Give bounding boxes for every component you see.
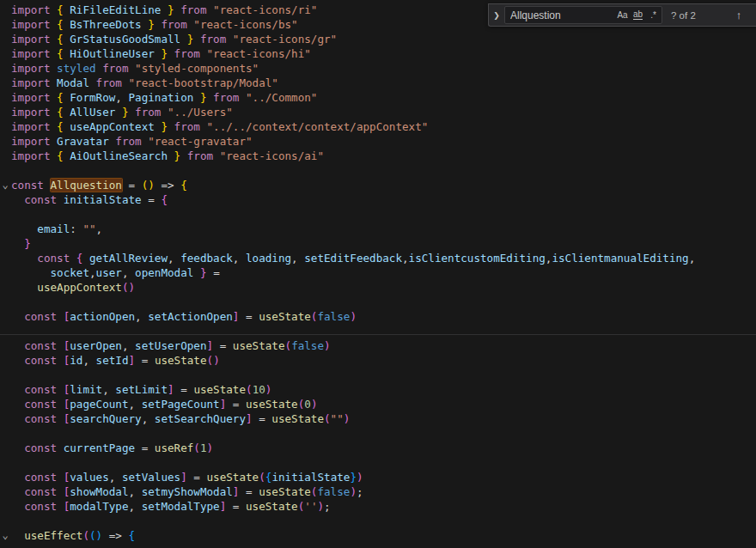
code-line: const [id, setId] = useState() bbox=[11, 353, 756, 368]
code-line: const [modalType, setModalType] = useSta… bbox=[11, 499, 756, 514]
code-line bbox=[11, 207, 756, 222]
code-line: const [showModal, setmyShowModal] = useS… bbox=[11, 484, 756, 499]
code-line: const Allquestion = () => { bbox=[11, 178, 756, 192]
code-line: const { getAllReview, feedback, loading,… bbox=[11, 251, 756, 265]
code-line bbox=[11, 163, 756, 178]
editor-divider-line bbox=[0, 334, 756, 335]
code-editor[interactable]: import { RiFileEditLine } from "react-ic… bbox=[0, 0, 756, 548]
code-line: socket,user, openModal } = bbox=[11, 265, 756, 280]
match-case-toggle[interactable]: Aa bbox=[615, 8, 630, 22]
find-widget: ❯ Aa ab .* ? of 2 ↑ bbox=[488, 3, 756, 27]
find-match-highlight: Allquestion bbox=[51, 179, 122, 192]
toggle-replace-button[interactable]: ❯ bbox=[491, 11, 503, 20]
code-line: const [actionOpen, setActionOpen] = useS… bbox=[11, 309, 756, 324]
previous-match-button[interactable]: ↑ bbox=[730, 7, 747, 24]
code-line: import { FormRow, Pagination } from "../… bbox=[11, 90, 756, 105]
code-line bbox=[11, 368, 756, 382]
code-line: import { HiOutlineUser } from "react-ico… bbox=[11, 46, 756, 61]
code-line: const initialState = { bbox=[11, 192, 756, 207]
code-line: const currentPage = useRef(1) bbox=[11, 441, 756, 455]
code-line: const [userOpen, setUserOpen] = useState… bbox=[11, 338, 756, 353]
find-input-box: Aa ab .* bbox=[504, 6, 662, 24]
code-line: import { AllUser } from "../Users" bbox=[11, 105, 756, 119]
code-line: const [limit, setLimit] = useState(10) bbox=[11, 382, 756, 397]
code-line bbox=[11, 324, 756, 338]
regex-toggle[interactable]: .* bbox=[646, 8, 661, 22]
code-line bbox=[11, 426, 756, 441]
whole-word-icon: ab bbox=[633, 10, 643, 20]
code-line: useEffect(() => { bbox=[11, 528, 756, 543]
code-line: import { AiOutlineSearch } from "react-i… bbox=[11, 149, 756, 163]
code-line: email: "", bbox=[11, 222, 756, 236]
code-line: } bbox=[11, 236, 756, 251]
code-line: import Modal from "react-bootstrap/Modal… bbox=[11, 76, 756, 90]
code-line bbox=[11, 295, 756, 309]
match-case-icon: Aa bbox=[617, 10, 627, 20]
code-line: const [values, setValues] = useState({in… bbox=[11, 470, 756, 484]
find-input[interactable] bbox=[505, 9, 615, 21]
fold-chevron-icon[interactable]: ⌄ bbox=[0, 528, 10, 543]
code-line: useAppContext() bbox=[11, 280, 756, 295]
fold-chevron-icon[interactable]: ⌄ bbox=[0, 178, 10, 192]
code-line bbox=[11, 514, 756, 528]
code-lines: import { RiFileEditLine } from "react-ic… bbox=[11, 3, 756, 543]
code-line: const [searchQuery, setSearchQuery] = us… bbox=[11, 411, 756, 426]
code-line: import Gravatar from "react-gravatar" bbox=[11, 134, 756, 149]
arrow-up-icon: ↑ bbox=[736, 9, 742, 21]
code-line: import { useAppContext } from "../../con… bbox=[11, 119, 756, 134]
code-line bbox=[11, 455, 756, 470]
code-line: const [pageCount, setPageCount] = useSta… bbox=[11, 397, 756, 411]
regex-icon: .* bbox=[650, 10, 656, 20]
whole-word-toggle[interactable]: ab bbox=[631, 8, 645, 22]
code-line: import { GrStatusGoodSmall } from "react… bbox=[11, 32, 756, 46]
match-count: ? of 2 bbox=[671, 10, 696, 21]
chevron-right-icon: ❯ bbox=[493, 11, 500, 20]
code-line: import styled from "styled-components" bbox=[11, 61, 756, 76]
